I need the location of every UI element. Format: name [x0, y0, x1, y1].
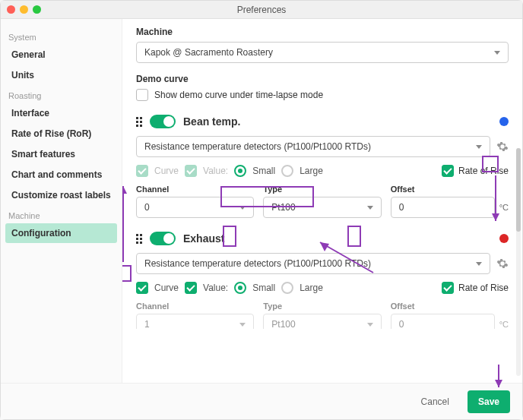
grip-icon[interactable]	[136, 234, 142, 244]
channel-value-bean: 0	[144, 202, 150, 213]
machine-select-value: Kapok @ Sacramento Roastery	[144, 47, 273, 58]
grip-icon[interactable]	[136, 117, 142, 127]
value-checkbox-bean	[185, 165, 197, 177]
size-large-radio-exhaust[interactable]	[281, 282, 293, 294]
minimize-icon[interactable]	[20, 5, 28, 14]
value-label-exhaust: Value:	[203, 283, 228, 293]
preferences-window: Preferences System General Units Roastin…	[0, 0, 523, 420]
cancel-button[interactable]: Cancel	[410, 390, 460, 413]
chevron-down-icon	[239, 206, 246, 210]
offset-value-exhaust: 0	[399, 319, 404, 329]
chevron-down-icon	[367, 323, 373, 327]
value-label-bean: Value:	[203, 166, 228, 176]
color-dot-red[interactable]	[499, 234, 509, 243]
value-checkbox-exhaust[interactable]	[185, 282, 197, 294]
annotation-box	[122, 265, 132, 282]
annotation-arrow	[122, 186, 128, 264]
offset-input-bean[interactable]: 0	[391, 197, 495, 218]
channel-label-bean: Channel	[136, 185, 254, 194]
size-small-label-bean: Small	[252, 166, 275, 176]
scrollbar-thumb[interactable]	[516, 148, 521, 232]
size-large-label-bean: Large	[300, 166, 323, 176]
sidebar-group-roasting: Roasting	[8, 91, 114, 100]
type-value-exhaust: Pt100	[271, 319, 295, 329]
window-title: Preferences	[237, 5, 287, 15]
type-select-bean[interactable]: Pt100	[263, 197, 381, 218]
type-value-bean: Pt100	[271, 202, 295, 213]
ror-checkbox-exhaust[interactable]	[442, 282, 454, 294]
machine-select[interactable]: Kapok @ Sacramento Roastery	[136, 42, 509, 63]
channel-value-exhaust: 1	[144, 319, 150, 329]
sidebar-item-general[interactable]: General	[5, 45, 117, 65]
scrollbar[interactable]	[516, 148, 521, 376]
ror-label-bean: Rate of Rise	[458, 166, 509, 176]
channel-label-exhaust: Channel	[136, 302, 254, 311]
detector-value-bean: Resistance temperature detectors (Pt100/…	[144, 141, 371, 152]
type-label-exhaust: Type	[263, 302, 381, 311]
gear-icon[interactable]	[496, 141, 509, 153]
svg-marker-1	[122, 186, 127, 194]
offset-unit-exhaust: °C	[499, 320, 509, 329]
ror-checkbox-bean[interactable]	[442, 165, 454, 177]
chevron-down-icon	[494, 51, 500, 55]
chevron-down-icon	[239, 323, 246, 327]
color-dot-blue[interactable]	[499, 117, 509, 126]
offset-unit-bean: °C	[499, 203, 509, 212]
sensor-name-bean: Bean temp.	[183, 115, 240, 128]
type-label-bean: Type	[263, 185, 381, 194]
sidebar-item-configuration[interactable]: Configuration	[5, 223, 117, 243]
machine-label: Machine	[136, 27, 509, 37]
sidebar-item-ror[interactable]: Rate of Rise (RoR)	[5, 124, 117, 144]
size-large-radio-bean[interactable]	[281, 165, 293, 177]
size-large-label-exhaust: Large	[300, 283, 323, 293]
titlebar: Preferences	[1, 1, 522, 19]
close-icon[interactable]	[7, 5, 15, 14]
sidebar-item-interface[interactable]: Interface	[5, 103, 117, 123]
sidebar-group-system: System	[8, 33, 114, 42]
sidebar-item-labels[interactable]: Customize roast labels	[5, 185, 117, 205]
zoom-icon[interactable]	[33, 5, 41, 14]
sidebar-item-smart[interactable]: Smart features	[5, 144, 117, 164]
curve-label-exhaust: Curve	[154, 283, 179, 293]
sidebar: System General Units Roasting Interface …	[1, 19, 122, 383]
channel-select-exhaust[interactable]: 1	[136, 314, 254, 329]
sensor-exhaust: Exhaust Resistance temperature detectors…	[136, 232, 509, 329]
size-small-radio-exhaust[interactable]	[234, 282, 246, 294]
chevron-down-icon	[476, 145, 482, 149]
size-small-radio-bean[interactable]	[234, 165, 246, 177]
sidebar-item-chart[interactable]: Chart and comments	[5, 165, 117, 185]
sensor-bean-temp: Bean temp. Resistance temperature detect…	[136, 115, 509, 218]
curve-checkbox-exhaust[interactable]	[136, 282, 148, 294]
size-small-label-exhaust: Small	[252, 283, 275, 293]
channel-select-bean[interactable]: 0	[136, 197, 254, 218]
sidebar-group-machine: Machine	[8, 211, 114, 220]
type-select-exhaust[interactable]: Pt100	[263, 314, 381, 329]
curve-label-bean: Curve	[154, 166, 179, 176]
offset-label-exhaust: Offset	[391, 302, 509, 311]
sensor-name-exhaust: Exhaust	[183, 232, 224, 245]
gear-icon[interactable]	[496, 257, 509, 270]
main-panel: Machine Kapok @ Sacramento Roastery Demo…	[122, 19, 522, 383]
sensor-toggle-exhaust[interactable]	[150, 232, 176, 245]
detector-select-exhaust[interactable]: Resistance temperature detectors (Pt100/…	[136, 253, 490, 274]
chevron-down-icon	[367, 206, 373, 210]
detector-value-exhaust: Resistance temperature detectors (Pt100/…	[144, 258, 371, 269]
save-button[interactable]: Save	[468, 390, 510, 413]
demo-text: Show demo curve under time-lapse mode	[154, 90, 323, 100]
footer: Cancel Save	[1, 383, 522, 419]
ror-label-exhaust: Rate of Rise	[458, 283, 509, 293]
offset-value-bean: 0	[399, 202, 404, 213]
detector-select-bean[interactable]: Resistance temperature detectors (Pt100/…	[136, 136, 490, 157]
offset-input-exhaust[interactable]: 0	[391, 314, 495, 329]
offset-label-bean: Offset	[391, 185, 509, 194]
curve-checkbox-bean	[136, 165, 148, 177]
demo-checkbox[interactable]	[136, 89, 148, 101]
chevron-down-icon	[476, 262, 482, 266]
demo-label: Demo curve	[136, 74, 509, 84]
sidebar-item-units[interactable]: Units	[5, 65, 117, 85]
sensor-toggle-bean[interactable]	[150, 115, 176, 128]
traffic-lights	[7, 5, 41, 14]
